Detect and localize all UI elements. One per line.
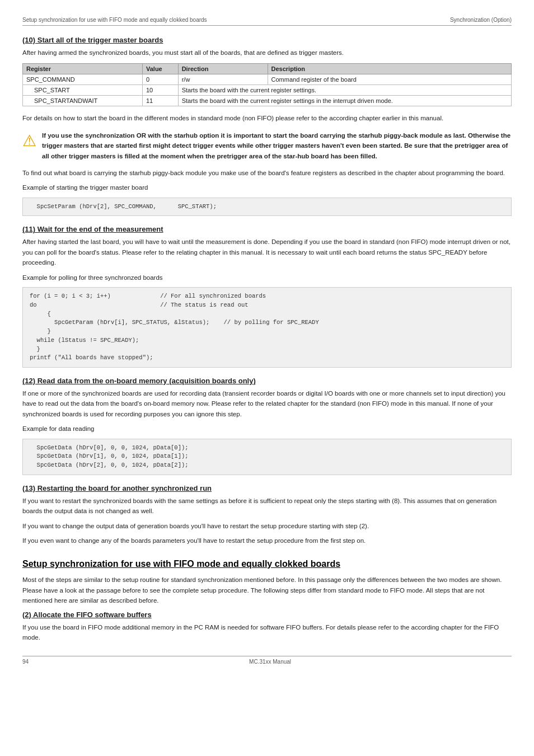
section-10-intro: After having armed the synchronized boar… [22, 48, 512, 58]
table-row: SPC_START 10 Starts the board with the c… [23, 85, 512, 96]
warning-icon: ⚠ [22, 132, 36, 150]
section-fifo: Setup synchronization for use with FIFO … [22, 559, 512, 642]
section-13-para3: If you even want to change any of the bo… [22, 536, 512, 546]
col-register: Register [23, 64, 143, 74]
fifo-section-2-para1: If you use the board in FIFO mode additi… [22, 622, 512, 643]
section-10: (10) Start all of the trigger master boa… [22, 36, 512, 216]
header-right: Synchronization (Option) [450, 17, 512, 23]
section-13-heading: (13) Restarting the board for another sy… [22, 484, 512, 492]
footer-page-number: 94 [22, 659, 29, 665]
page-footer: 94 MC.31xx Manual [22, 656, 512, 665]
section-11: (11) Wait for the end of the measurement… [22, 225, 512, 368]
code-block-10: SpcSetParam (hDrv[2], SPC_COMMAND, SPC_S… [22, 198, 512, 217]
section-12-example-label: Example for data reading [22, 424, 512, 434]
code-block-12: SpcGetData (hDrv[0], 0, 0, 1024, pData[0… [22, 439, 512, 475]
fifo-section-2-heading: (2) Allocate the FIFO software buffers [22, 611, 512, 619]
header-left: Setup synchronization for use with FIFO … [22, 17, 207, 23]
fifo-section-para1: Most of the steps are similar to the set… [22, 575, 512, 605]
code-block-11: for (i = 0; i < 3; i++) // For all synch… [22, 287, 512, 368]
section-10-heading: (10) Start all of the trigger master boa… [22, 36, 512, 44]
fifo-section-2: (2) Allocate the FIFO software buffers I… [22, 611, 512, 643]
footer-center: MC.31xx Manual [249, 659, 291, 665]
section-12-para1: If one or more of the synchronized board… [22, 388, 512, 419]
page-header: Setup synchronization for use with FIFO … [22, 17, 512, 26]
section-10-para2: To find out what board is carrying the s… [22, 168, 512, 178]
section-13-para1: If you want to restart the synchronized … [22, 496, 512, 516]
section-12: (12) Read data from the on-board memory … [22, 377, 512, 475]
col-value: Value [142, 64, 178, 74]
section-10-para1: For details on how to start the board in… [22, 113, 512, 123]
table-row: SPC_STARTANDWAIT 11 Starts the board wit… [23, 96, 512, 106]
section-11-heading: (11) Wait for the end of the measurement [22, 225, 512, 233]
warning-text: If you use the synchronization OR with t… [42, 130, 512, 161]
section-13-para2: If you want to change the output data of… [22, 521, 512, 531]
fifo-section-heading: Setup synchronization for use with FIFO … [22, 559, 512, 569]
register-table: Register Value Direction Description SPC… [22, 63, 512, 106]
section-11-para1: After having started the last board, you… [22, 237, 512, 267]
warning-box: ⚠ If you use the synchronization OR with… [22, 130, 512, 161]
section-12-heading: (12) Read data from the on-board memory … [22, 377, 512, 385]
col-direction: Direction [178, 64, 268, 74]
table-row: SPC_COMMAND 0 r/w Command register of th… [23, 74, 512, 85]
section-13: (13) Restarting the board for another sy… [22, 484, 512, 546]
col-description: Description [268, 64, 511, 74]
section-10-example-label: Example of starting the trigger master b… [22, 182, 512, 192]
section-11-example-label: Example for polling for three synchronze… [22, 273, 512, 283]
